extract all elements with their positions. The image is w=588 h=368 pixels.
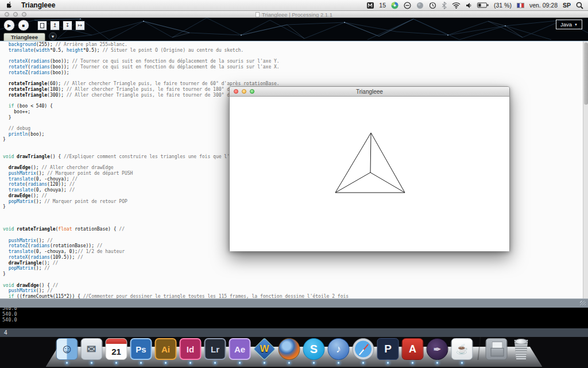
tetrahedron-drawing [230,97,509,251]
console-lines: 540.0540.0540.0 [2,308,17,323]
input-language-flag-icon[interactable] [517,3,524,8]
do-not-disturb-icon[interactable] [404,1,411,9]
sketch-window-title: Triangleee [230,87,509,96]
volume-icon[interactable] [466,1,472,9]
running-indicator [387,362,389,364]
stop-button[interactable]: ■ [18,20,29,31]
running-indicator [338,362,340,364]
bluetooth-icon[interactable] [442,1,447,9]
mode-selector-button[interactable]: Java▼ [556,20,582,29]
sketch-zoom-button[interactable] [250,89,254,94]
dock-separator [477,337,481,360]
scrollbar-thumb[interactable] [584,43,588,105]
run-button[interactable]: ▶ [3,20,15,31]
console-output: 540.0540.0540.0 [0,308,588,328]
running-indicator [189,362,192,364]
ide-toolbar-zone: ▶ ■ ↥ ↧ ↦ Java▼ Triangleee ▼ [0,18,588,41]
code-line [3,277,349,283]
tab-strip: Triangleee ▼ [0,33,588,41]
running-indicator [313,362,315,364]
sketch-close-button[interactable] [234,89,238,94]
code-line [3,53,349,59]
console-line: 540.0 [2,317,17,323]
apple-menu-icon[interactable] [7,1,13,9]
new-sketch-button[interactable] [37,21,47,30]
sketch-minimize-button[interactable] [242,89,246,94]
code-line: background(255); // Arrière plan 255=bla… [3,42,349,48]
notification-app-icon[interactable] [367,1,374,9]
running-indicator [264,362,266,364]
dock-documents-icon[interactable] [486,338,508,360]
dock-lightroom-icon[interactable]: Lr [204,338,226,360]
dock-java-icon[interactable]: ☕ [451,338,473,360]
document-icon [256,12,260,17]
running-indicator [214,362,216,364]
code-line: popMatrix(); // [3,266,349,271]
running-indicator [140,362,142,364]
pinwheel-app-icon[interactable] [391,1,399,9]
code-line: pushMatrix(); // [3,288,349,294]
dock-finder-icon[interactable] [56,338,78,360]
user-menu[interactable]: SP [563,2,571,9]
dock-illustrator-icon[interactable]: Ai [155,338,177,360]
sketch-window-titlebar[interactable]: Triangleee [230,87,509,97]
export-button[interactable]: ↦ [75,21,85,30]
running-indicator [412,362,414,364]
active-app-name[interactable]: Triangleee [21,1,55,9]
line-number-indicator: 4 [4,329,7,336]
code-line [3,75,349,81]
dock-trash-icon[interactable] [510,338,532,360]
code-line: drawTriangle(); // [3,260,349,266]
menu-clock[interactable]: ven. 09:28 [529,2,558,9]
editor-scrollbar[interactable] [583,41,588,298]
dock-itunes-icon[interactable]: ♪ [328,338,350,360]
code-line: if ((frameCount%(115*2)) { //Commenter p… [3,294,349,298]
sketch-canvas[interactable] [230,97,509,251]
dock-processing-icon[interactable]: P [377,338,399,360]
dock-firefox-icon[interactable] [278,338,300,360]
running-indicator [239,362,241,364]
menu-bar: Triangleee 15 [0,0,588,11]
resize-grip-icon[interactable] [580,301,586,305]
code-line: rotateX(radians(boo)); // Tourner ce qui… [3,59,349,64]
editor-statusbar: 4 [0,328,588,337]
console-divider[interactable] [0,298,588,308]
dock-safari-icon[interactable] [353,338,374,360]
console-line: 540.0 [2,311,17,317]
dock-calendar-icon[interactable]: 21 [106,338,127,360]
save-sketch-button[interactable]: ↧ [63,21,72,30]
running-indicator [115,362,118,364]
dock-aftereffects-icon[interactable]: Ae [229,338,251,360]
tab-menu-button[interactable]: ▼ [49,32,57,40]
dock-skype-icon[interactable]: S [303,338,325,360]
code-line: translate(width*0.5, height*0.5); // Sit… [3,48,349,53]
sketch-window[interactable]: Triangleee [229,86,510,251]
dock-mail-icon[interactable] [81,338,103,360]
dock: 21PsAiIdLrAeWS♪PA✒☕ [54,337,535,367]
dock-photoshop-icon[interactable]: Ps [130,338,152,360]
code-line: void drawEdge() { // [3,283,349,289]
screen: Triangleee 15 [0,0,588,368]
dock-pen-app-icon[interactable]: ✒ [427,338,448,360]
battery-icon[interactable] [477,1,489,9]
battery-percent: (31 %) [494,2,512,9]
code-line: rotateZ(radians(boo)); [3,70,349,76]
globe-status-icon[interactable] [416,1,424,9]
dock-acrobat-icon[interactable]: A [402,338,424,360]
dock-w-app-icon[interactable]: W [254,338,276,360]
notification-count: 15 [379,2,386,9]
sync-clock-icon[interactable] [429,1,436,9]
chevron-down-icon: ▼ [574,23,578,26]
spotlight-icon[interactable] [576,1,583,9]
running-indicator [165,362,167,364]
running-indicator [461,362,463,364]
open-sketch-button[interactable]: ↥ [50,21,60,30]
wifi-icon[interactable] [452,1,461,9]
dock-indesign-icon[interactable]: Id [180,338,202,360]
code-line: rotateY(radians(boo)); // Tourner ce qui… [3,64,349,70]
code-line: rotateX(radians(109.5)); // [3,255,349,260]
tab-triangleee[interactable]: Triangleee [3,33,45,41]
ide-window-titlebar[interactable]: Triangleee | Processing 2.1.1 [0,11,588,18]
running-indicator [362,362,365,364]
dock-row: 21PsAiIdLrAeWS♪PA✒☕ [54,337,535,365]
